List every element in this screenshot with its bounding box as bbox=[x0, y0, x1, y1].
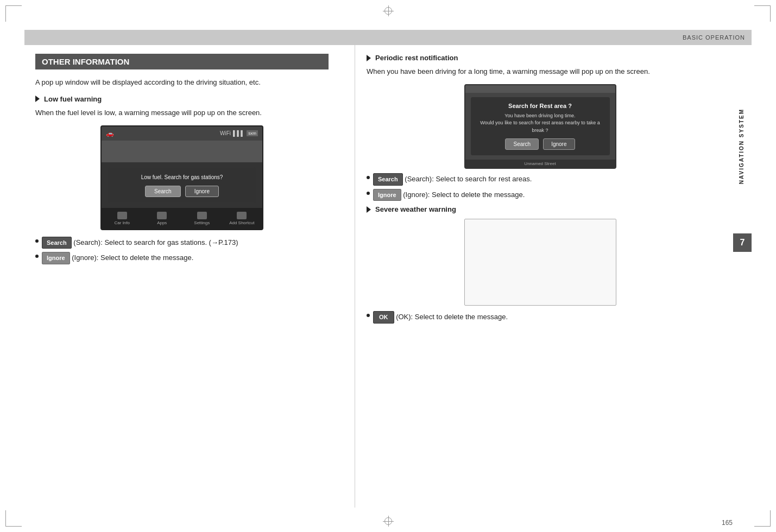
arrow2-icon bbox=[367, 55, 371, 61]
right-column: Periodic rest notification When you have… bbox=[361, 45, 719, 508]
page-number: 165 bbox=[722, 519, 733, 527]
nav-map-area bbox=[102, 141, 262, 162]
rest-search-btn[interactable]: Search bbox=[505, 138, 539, 150]
column-divider bbox=[355, 45, 355, 508]
severe-bullet-ok-content: OK (OK): Select to delete the message. bbox=[373, 311, 508, 324]
severe-bullet-list: OK (OK): Select to delete the message. bbox=[367, 311, 714, 324]
shortcut-icon bbox=[237, 212, 247, 219]
severe-bullet-ok: OK (OK): Select to delete the message. bbox=[367, 311, 714, 324]
rest-bullet-ignore: Ignore (Ignore): Select to delete the me… bbox=[367, 189, 714, 201]
severe-weather-box bbox=[464, 219, 616, 306]
settings-icon bbox=[197, 212, 207, 219]
section-heading: OTHER INFORMATION bbox=[35, 54, 329, 69]
settings-label: Settings bbox=[194, 220, 210, 225]
rest-dialog-line1: You have been driving long time. bbox=[476, 112, 604, 120]
rest-bullet-search: Search (Search): Select to search for re… bbox=[367, 173, 714, 186]
rest-dialog-line2: Would you like to search for rest areas … bbox=[476, 119, 604, 134]
fuel-bullet-search: Search (Search): Select to search for ga… bbox=[35, 237, 329, 249]
center-top-crosshair bbox=[383, 5, 394, 16]
car-info-icon bbox=[117, 212, 127, 219]
subsection1-body: When the fuel level is low, a warning me… bbox=[35, 107, 329, 119]
subsection3-title: Severe weather warning bbox=[367, 205, 714, 213]
search-button-label: Search bbox=[42, 237, 72, 249]
nav-search-btn[interactable]: Search bbox=[145, 186, 181, 197]
corner-br bbox=[754, 510, 771, 527]
arrow-icon bbox=[35, 96, 40, 102]
rest-ignore-btn[interactable]: Ignore bbox=[543, 138, 575, 150]
rest-dialog-body: You have been driving long time. Would y… bbox=[476, 112, 604, 135]
rest-search-text: (Search): Select to search for rest area… bbox=[405, 175, 532, 183]
left-column: OTHER INFORMATION A pop up window will b… bbox=[24, 45, 339, 508]
fuel-bullet-list: Search (Search): Select to search for ga… bbox=[35, 237, 329, 264]
subsection1-title: Low fuel warning bbox=[35, 95, 329, 103]
signal-icon: ▌▌▌ bbox=[233, 130, 244, 136]
car-icon: 🚗 bbox=[106, 130, 114, 137]
corner-tr bbox=[754, 5, 771, 22]
fuel-bullet-ignore: Ignore (Ignore): Select to delete the me… bbox=[35, 252, 329, 264]
subsection1-label: Low fuel warning bbox=[44, 95, 102, 103]
rest-ignore-button-label: Ignore bbox=[373, 189, 401, 201]
intro-text: A pop up window will be displayed accord… bbox=[35, 77, 329, 88]
rest-screen-top-bar bbox=[465, 85, 615, 93]
subsection2-label: Periodic rest notification bbox=[375, 54, 458, 62]
fuel-bullet-ignore-content: Ignore (Ignore): Select to delete the me… bbox=[42, 252, 193, 264]
severe-ok-text: (OK): Select to delete the message. bbox=[396, 313, 508, 321]
nav-dialog-text: Low fuel. Search for gas stations? bbox=[113, 173, 250, 181]
nav-screen-fuel: 🚗 WiFi ▌▌▌ sxm Low fuel. Search for gas … bbox=[100, 125, 263, 230]
rest-bullet-search-content: Search (Search): Select to search for re… bbox=[373, 173, 532, 186]
severe-bullet-dot-ok bbox=[367, 314, 370, 317]
nav-dialog-buttons: Search Ignore bbox=[113, 186, 250, 197]
fuel-search-text: (Search): Select to search for gas stati… bbox=[73, 238, 238, 246]
nav-screen-top-bar: 🚗 WiFi ▌▌▌ sxm bbox=[102, 126, 262, 141]
rest-bullet-dot-ignore bbox=[367, 192, 370, 195]
arrow3-icon bbox=[367, 206, 371, 213]
nav-bottom-bar: Car Info Apps Settings Add Shortcut bbox=[102, 208, 262, 229]
wifi-icon: WiFi bbox=[220, 130, 231, 136]
rest-bullet-ignore-content: Ignore (Ignore): Select to delete the me… bbox=[373, 189, 525, 201]
rest-bullet-dot-search bbox=[367, 176, 370, 179]
center-bottom-crosshair bbox=[383, 516, 394, 527]
nav-bottom-settings[interactable]: Settings bbox=[182, 210, 222, 227]
rest-area-screen: Search for Rest area ? You have been dri… bbox=[464, 84, 616, 169]
bullet-dot-ignore bbox=[35, 255, 39, 258]
nav-screen-icons: 🚗 bbox=[106, 130, 114, 137]
nav-ignore-btn[interactable]: Ignore bbox=[185, 186, 219, 197]
sxm-label: sxm bbox=[247, 130, 258, 136]
subsection2-body: When you have been driving for a long ti… bbox=[367, 66, 714, 78]
subsection3-label: Severe weather warning bbox=[375, 205, 456, 213]
apps-icon bbox=[157, 212, 167, 219]
rest-dialog-buttons: Search Ignore bbox=[476, 138, 604, 150]
rest-bottom-bar: Unnamed Street bbox=[465, 160, 615, 168]
rest-ignore-text: (Ignore): Select to delete the message. bbox=[403, 191, 525, 199]
rest-search-button-label: Search bbox=[373, 173, 403, 186]
rest-bullet-list: Search (Search): Select to search for re… bbox=[367, 173, 714, 201]
nav-dialog-fuel: Low fuel. Search for gas stations? Searc… bbox=[108, 168, 256, 202]
status-icons: WiFi ▌▌▌ sxm bbox=[220, 130, 258, 136]
ok-button-label: OK bbox=[373, 311, 394, 324]
nav-bottom-carinfo[interactable]: Car Info bbox=[103, 210, 142, 227]
subsection2-title: Periodic rest notification bbox=[367, 54, 714, 62]
car-info-label: Car Info bbox=[115, 220, 130, 225]
rest-dialog: Search for Rest area ? You have been dri… bbox=[471, 97, 610, 156]
corner-bl bbox=[5, 510, 22, 527]
corner-tl bbox=[5, 5, 22, 22]
apps-label: Apps bbox=[157, 220, 167, 225]
rest-dialog-title: Search for Rest area ? bbox=[476, 103, 604, 109]
ignore-button-label: Ignore bbox=[42, 252, 70, 264]
fuel-bullet-search-content: Search (Search): Select to search for ga… bbox=[42, 237, 238, 249]
fuel-ignore-text: (Ignore): Select to delete the message. bbox=[72, 254, 193, 262]
shortcut-label: Add Shortcut bbox=[229, 220, 254, 225]
main-content: OTHER INFORMATION A pop up window will b… bbox=[24, 30, 752, 508]
bullet-dot-search bbox=[35, 239, 39, 243]
nav-bottom-apps[interactable]: Apps bbox=[143, 210, 182, 227]
nav-bottom-shortcut[interactable]: Add Shortcut bbox=[223, 210, 262, 227]
